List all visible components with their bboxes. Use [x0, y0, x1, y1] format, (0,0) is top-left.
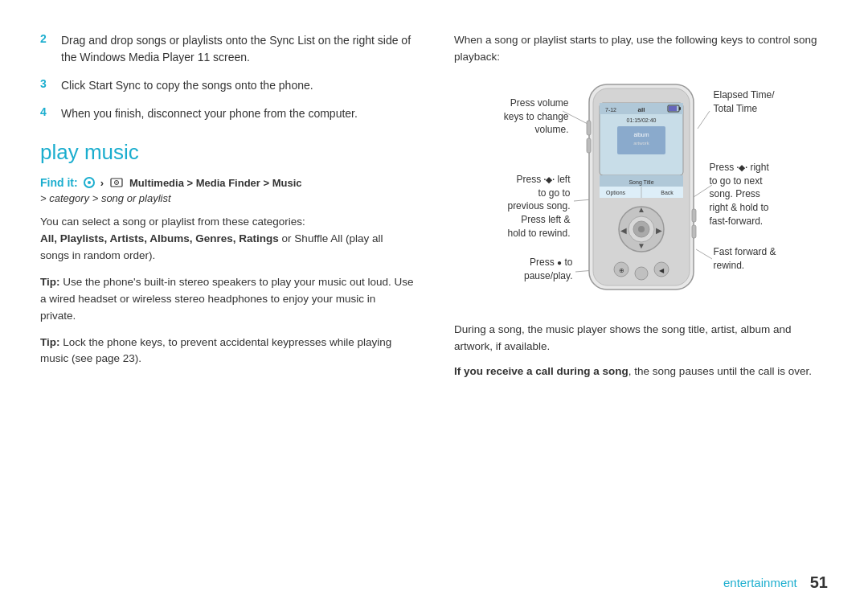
- find-it-line: Find it: › Multimedia > Media Finder > M…: [40, 176, 414, 189]
- phone-image: 7-12 all 01:15/02:40 album: [577, 80, 706, 290]
- step-3-number: 3: [40, 77, 53, 94]
- svg-rect-43: [692, 209, 696, 222]
- svg-text:Song Title: Song Title: [628, 179, 653, 186]
- left-column: 2 Drag and drop songs or playlists onto …: [40, 32, 422, 565]
- step-2-text: Drag and drop songs or playlists onto th…: [61, 32, 414, 66]
- step-4-text: When you finish, disconnect your phone f…: [61, 105, 358, 122]
- label-press-center: Press ● topause/play.: [481, 256, 573, 283]
- body-text-1: You can select a song or playlist from t…: [40, 214, 414, 265]
- bottom-2-bold: If you receive a call during a song: [454, 365, 628, 377]
- arrow-right-icon: ›: [100, 177, 104, 189]
- label-press-right: Press ·◆· rightto go to nextsong. Pressr…: [710, 161, 802, 228]
- body-1-intro: You can select a song or playlist from t…: [40, 216, 305, 228]
- svg-text:Options: Options: [605, 190, 625, 196]
- svg-text:7-12: 7-12: [605, 107, 616, 113]
- step-2: 2 Drag and drop songs or playlists onto …: [40, 32, 414, 66]
- step-2-number: 2: [40, 32, 53, 66]
- svg-point-38: [635, 267, 648, 280]
- right-top-text: When a song or playlist starts to play, …: [454, 32, 828, 66]
- svg-rect-44: [692, 225, 696, 238]
- svg-text:album: album: [633, 132, 649, 138]
- svg-rect-41: [587, 121, 591, 135]
- label-press-volume: Press volumekeys to changevolume.: [481, 97, 569, 137]
- svg-point-2: [116, 182, 117, 183]
- right-column: When a song or playlist starts to play, …: [446, 32, 828, 565]
- svg-text:⊕: ⊕: [618, 267, 624, 274]
- bottom-text-2: If you receive a call during a song, the…: [454, 363, 828, 380]
- step-3: 3 Click Start Sync to copy the songs ont…: [40, 77, 414, 94]
- bottom-2-rest: , the song pauses until the call is over…: [628, 365, 812, 377]
- content-area: 2 Drag and drop songs or playlists onto …: [40, 32, 828, 565]
- find-it-nav: Multimedia > Media Finder > Music: [129, 177, 302, 189]
- tip-1-text: Use the phone's built-in stereo speakers…: [40, 276, 414, 322]
- svg-rect-17: [669, 106, 677, 111]
- tip-2-label: Tip:: [40, 336, 60, 348]
- bottom-text-1: During a song, the music player shows th…: [454, 322, 828, 355]
- find-it-label: Find it:: [40, 176, 78, 189]
- svg-rect-42: [587, 138, 591, 153]
- svg-point-35: [638, 226, 645, 232]
- svg-text:◀: ◀: [620, 226, 627, 235]
- multimedia-icon: [109, 177, 124, 188]
- footer: entertainment 51: [40, 565, 828, 592]
- tip-2: Tip: Lock the phone keys, to prevent acc…: [40, 335, 414, 368]
- svg-text:◀: ◀: [659, 267, 665, 274]
- svg-text:▼: ▼: [637, 241, 645, 250]
- tip-1-label: Tip:: [40, 276, 60, 288]
- footer-section-label: entertainment: [723, 576, 797, 589]
- svg-text:▶: ▶: [656, 226, 662, 235]
- svg-text:01:15/02:40: 01:15/02:40: [626, 117, 656, 123]
- svg-rect-16: [679, 107, 681, 110]
- tip-2-text: Lock the phone keys, to prevent accident…: [40, 336, 391, 365]
- nav-center-icon: [84, 177, 95, 188]
- label-elapsed-time: Elapsed Time/Total Time: [714, 88, 802, 116]
- page: 2 Drag and drop songs or playlists onto …: [0, 0, 868, 616]
- tip-1: Tip: Use the phone's built-in stereo spe…: [40, 274, 414, 325]
- step-4: 4 When you finish, disconnect your phone…: [40, 105, 414, 122]
- label-press-left: Press ·◆· leftto go toprevious song.Pres…: [481, 173, 571, 240]
- step-4-number: 4: [40, 105, 53, 122]
- svg-text:Back: Back: [661, 190, 674, 195]
- svg-text:all: all: [637, 106, 645, 113]
- find-it-sub: > category > song or playlist: [40, 192, 414, 204]
- svg-text:artwork: artwork: [633, 141, 650, 146]
- footer-page-number: 51: [810, 573, 828, 592]
- svg-text:▲: ▲: [637, 205, 645, 214]
- label-fast-forward: Fast forward &rewind.: [714, 245, 802, 273]
- phone-diagram: Press volumekeys to changevolume. Elapse…: [481, 80, 802, 306]
- step-3-text: Click Start Sync to copy the songs onto …: [61, 77, 313, 94]
- body-1-bold: All, Playlists, Artists, Albums, Genres,…: [40, 232, 279, 244]
- section-title: play music: [40, 140, 414, 165]
